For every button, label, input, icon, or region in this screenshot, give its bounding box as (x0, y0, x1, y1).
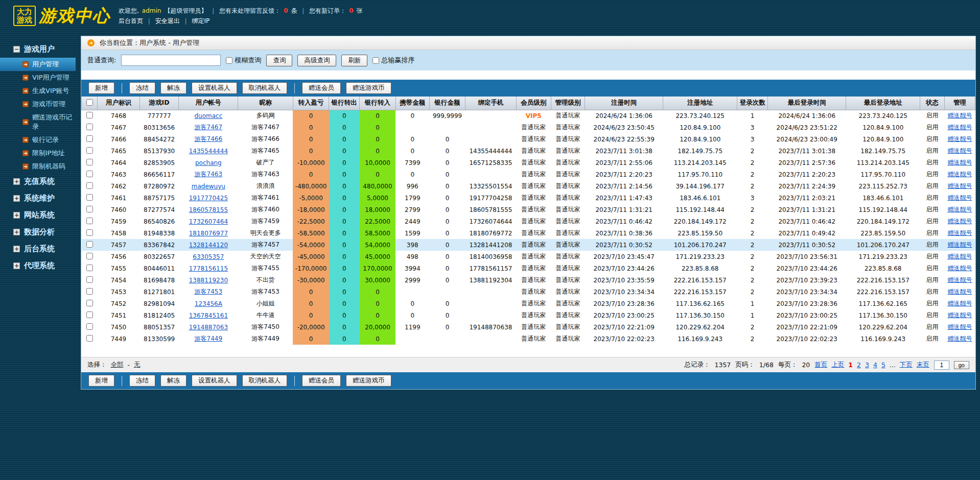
sidebar-item-游戏币管理[interactable]: ➜游戏币管理 (0, 98, 76, 111)
account-link[interactable]: 63305357 (193, 253, 224, 260)
row-checkbox[interactable] (86, 311, 93, 318)
account-link[interactable]: madewuyu (192, 183, 225, 190)
toolbar-button-解冻[interactable]: 解冻 (160, 82, 186, 94)
gift-nice-number-link[interactable]: 赠送靓号 (947, 311, 972, 319)
gift-nice-number-link[interactable]: 赠送靓号 (947, 182, 972, 189)
search-input[interactable] (121, 55, 221, 66)
account-link[interactable]: pochang (195, 159, 222, 166)
gift-nice-number-link[interactable]: 赠送靓号 (947, 112, 972, 119)
row-checkbox[interactable] (86, 124, 93, 130)
table-row[interactable]: 746287280972madewuyu浪浪浪-480,00000480,000… (82, 180, 975, 192)
account-link[interactable]: 1328144120 (189, 242, 228, 249)
table-row[interactable]: 7459865408261732607464游客7459-22,5000022,… (82, 215, 975, 227)
page-link-4[interactable]: 4 (873, 361, 877, 369)
gift-nice-number-link[interactable]: 赠送靓号 (947, 276, 972, 283)
account-link[interactable]: 123456A (195, 300, 222, 307)
account-link[interactable]: 1917770425 (189, 195, 228, 202)
page-link-5[interactable]: 5 (881, 361, 885, 369)
toolbar-button-冻结[interactable]: 冻结 (129, 82, 155, 94)
sidebar-group-数据分析[interactable]: +数据分析 (0, 224, 76, 241)
gift-nice-number-link[interactable]: 赠送靓号 (947, 253, 972, 260)
row-checkbox[interactable] (86, 276, 93, 283)
gift-nice-number-link[interactable]: 赠送靓号 (947, 288, 972, 295)
table-row[interactable]: 7454816984781388119230不出货-30,0000030,000… (82, 274, 975, 286)
table-row[interactable]: 746482853905pochang破产了-10,0000010,000073… (82, 157, 975, 169)
gift-nice-number-link[interactable]: 赠送靓号 (947, 206, 972, 213)
gift-nice-number-link[interactable]: 赠送靓号 (947, 135, 972, 142)
gift-nice-number-link[interactable]: 赠送靓号 (947, 265, 972, 272)
row-checkbox[interactable] (86, 135, 93, 142)
table-row[interactable]: 746386656117游客7463游客746300000普通玩家普通玩家202… (82, 169, 975, 180)
table-row[interactable]: 745282981094123456A小姐姐00000普通玩家普通玩家2023/… (82, 298, 975, 309)
toolbar-button-新增[interactable]: 新增 (88, 82, 114, 94)
gift-nice-number-link[interactable]: 赠送靓号 (947, 335, 972, 342)
row-checkbox[interactable] (86, 323, 93, 330)
toolbar-button-取消机器人[interactable]: 取消机器人 (242, 82, 288, 94)
row-checkbox[interactable] (86, 253, 93, 259)
expand-icon[interactable]: + (13, 178, 20, 185)
account-link[interactable]: 1818076977 (189, 230, 228, 237)
header-nav-link[interactable]: 绑定IP (192, 16, 210, 26)
account-link[interactable]: 1367845161 (189, 312, 228, 319)
expand-icon[interactable]: + (13, 229, 20, 235)
total-winloss-sort-checkbox[interactable] (372, 57, 379, 64)
expand-icon[interactable]: + (13, 262, 20, 269)
row-checkbox[interactable] (86, 171, 93, 177)
table-row[interactable]: 7455804460111778156115游客7455-170,0000017… (82, 262, 975, 274)
gift-nice-number-link[interactable]: 赠送靓号 (947, 194, 972, 201)
row-checkbox[interactable] (86, 147, 93, 154)
sidebar-group-后台系统[interactable]: +后台系统 (0, 241, 76, 257)
sidebar-item-限制IP地址[interactable]: ➜限制IP地址 (0, 147, 76, 160)
row-checkbox[interactable] (86, 206, 93, 212)
gift-nice-number-link[interactable]: 赠送靓号 (947, 159, 972, 166)
toolbar-button-解冻[interactable]: 解冻 (160, 375, 186, 387)
sidebar-item-VIP用户管理[interactable]: ➜VIP用户管理 (0, 71, 76, 84)
sidebar-item-生成VIP账号[interactable]: ➜生成VIP账号 (0, 84, 76, 98)
table-row[interactable]: 7450880513571914887063游客7450-20,0000020,… (82, 321, 975, 333)
page-link-上页[interactable]: 上页 (831, 361, 844, 369)
query-button[interactable]: 查询 (266, 55, 292, 66)
advanced-query-button[interactable]: 高级查询 (297, 55, 336, 66)
toolbar-button-新增[interactable]: 新增 (88, 375, 114, 387)
gift-nice-number-link[interactable]: 赠送靓号 (947, 300, 972, 307)
expand-icon[interactable]: + (13, 246, 20, 252)
account-link[interactable]: 游客7463 (195, 171, 223, 178)
toolbar-button-赠送游戏币[interactable]: 赠送游戏币 (346, 82, 391, 94)
gift-nice-number-link[interactable]: 赠送靓号 (947, 124, 972, 131)
account-link[interactable]: 1860578155 (189, 206, 228, 213)
table-row[interactable]: 746780313656游客7467游客7467000普通玩家普通玩家2024/… (82, 122, 975, 133)
sidebar-group-代理系统[interactable]: +代理系统 (0, 257, 76, 274)
row-checkbox[interactable] (86, 218, 93, 224)
table-row[interactable]: 744981330599游客7449游客7449000普通玩家普通玩家2023/… (82, 333, 975, 345)
toolbar-button-取消机器人[interactable]: 取消机器人 (242, 375, 288, 387)
toolbar-button-赠送会员[interactable]: 赠送会员 (302, 375, 341, 387)
table-row[interactable]: 7457833678421328144120游客7457-54,0000054,… (82, 239, 975, 251)
toolbar-button-赠送会员[interactable]: 赠送会员 (302, 82, 341, 94)
gift-nice-number-link[interactable]: 赠送靓号 (947, 218, 972, 225)
expand-icon[interactable]: + (13, 212, 20, 219)
row-checkbox[interactable] (86, 300, 93, 306)
account-link[interactable]: 1778156115 (189, 265, 228, 272)
page-link-下页[interactable]: 下页 (900, 361, 913, 369)
header-nav-link[interactable]: 安全退出 (155, 16, 180, 26)
row-checkbox[interactable] (86, 159, 93, 165)
gift-nice-number-link[interactable]: 赠送靓号 (947, 323, 972, 330)
gift-nice-number-link[interactable]: 赠送靓号 (947, 171, 972, 178)
sidebar-item-赠送游戏币记录[interactable]: ➜赠送游戏币记录 (0, 111, 76, 133)
toolbar-button-冻结[interactable]: 冻结 (129, 375, 155, 387)
account-link[interactable]: 游客7453 (195, 288, 223, 295)
page-link-首页[interactable]: 首页 (814, 361, 827, 369)
sidebar-group-网站系统[interactable]: +网站系统 (0, 207, 76, 224)
account-link[interactable]: 游客7467 (195, 124, 223, 131)
sidebar-group-游戏用户[interactable]: −游戏用户 (0, 41, 76, 58)
toolbar-button-设置机器人[interactable]: 设置机器人 (192, 82, 237, 94)
gift-nice-number-link[interactable]: 赠送靓号 (947, 241, 972, 248)
account-link[interactable]: 1914887063 (189, 324, 228, 331)
fuzzy-query-checkbox[interactable] (226, 57, 232, 64)
account-link[interactable]: 游客7449 (195, 335, 223, 342)
table-row[interactable]: 746688454272游客7466游客746600000普通玩家普通玩家202… (82, 133, 975, 145)
sidebar-item-用户管理[interactable]: ➜用户管理 (0, 58, 76, 71)
gift-nice-number-link[interactable]: 赠送靓号 (947, 147, 972, 154)
row-checkbox[interactable] (86, 229, 93, 236)
account-link[interactable]: 1435544444 (189, 148, 228, 155)
